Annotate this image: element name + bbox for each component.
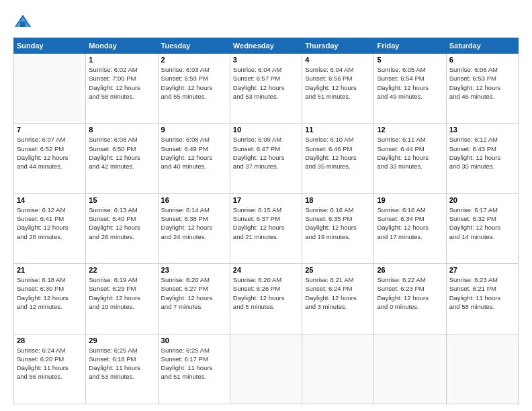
day-info: Sunrise: 6:18 AM Sunset: 6:30 PM Dayligh… xyxy=(17,275,83,311)
calendar-cell: 22Sunrise: 6:19 AM Sunset: 6:29 PM Dayli… xyxy=(86,264,158,334)
day-number: 24 xyxy=(233,266,299,274)
day-number: 26 xyxy=(377,266,443,274)
calendar-cell: 16Sunrise: 6:14 AM Sunset: 6:38 PM Dayli… xyxy=(158,193,230,263)
day-info: Sunrise: 6:12 AM Sunset: 6:43 PM Dayligh… xyxy=(449,135,515,171)
day-header-sunday: Sunday xyxy=(14,38,86,54)
calendar-cell xyxy=(302,334,374,404)
day-number: 16 xyxy=(161,196,227,204)
day-number: 27 xyxy=(449,266,515,274)
calendar-cell: 3Sunrise: 6:04 AM Sunset: 6:57 PM Daylig… xyxy=(230,54,302,124)
day-number: 17 xyxy=(233,196,299,204)
day-info: Sunrise: 6:14 AM Sunset: 6:38 PM Dayligh… xyxy=(161,205,227,241)
week-row-3: 21Sunrise: 6:18 AM Sunset: 6:30 PM Dayli… xyxy=(14,264,519,334)
day-info: Sunrise: 6:10 AM Sunset: 6:46 PM Dayligh… xyxy=(305,135,371,171)
day-number: 30 xyxy=(161,336,227,345)
week-row-4: 28Sunrise: 6:24 AM Sunset: 6:20 PM Dayli… xyxy=(14,334,519,404)
day-number: 7 xyxy=(17,126,83,134)
day-number: 19 xyxy=(377,196,443,204)
day-info: Sunrise: 6:08 AM Sunset: 6:50 PM Dayligh… xyxy=(89,135,154,171)
calendar-cell xyxy=(374,334,446,404)
day-info: Sunrise: 6:20 AM Sunset: 6:26 PM Dayligh… xyxy=(233,275,299,311)
calendar-table: SundayMondayTuesdayWednesdayThursdayFrid… xyxy=(13,38,519,404)
day-info: Sunrise: 6:19 AM Sunset: 6:29 PM Dayligh… xyxy=(89,275,154,311)
day-info: Sunrise: 6:23 AM Sunset: 6:21 PM Dayligh… xyxy=(449,275,515,311)
day-header-saturday: Saturday xyxy=(446,38,518,54)
calendar-cell: 25Sunrise: 6:21 AM Sunset: 6:24 PM Dayli… xyxy=(302,264,374,334)
calendar-cell: 13Sunrise: 6:12 AM Sunset: 6:43 PM Dayli… xyxy=(446,124,518,193)
calendar-cell xyxy=(14,54,86,124)
day-info: Sunrise: 6:15 AM Sunset: 6:37 PM Dayligh… xyxy=(233,205,299,241)
calendar-cell: 18Sunrise: 6:16 AM Sunset: 6:35 PM Dayli… xyxy=(302,193,374,263)
day-number: 8 xyxy=(89,126,154,134)
day-info: Sunrise: 6:02 AM Sunset: 7:00 PM Dayligh… xyxy=(89,65,154,101)
svg-rect-2 xyxy=(20,21,26,27)
page: SundayMondayTuesdayWednesdayThursdayFrid… xyxy=(0,0,532,411)
day-number: 6 xyxy=(449,56,515,64)
day-info: Sunrise: 6:06 AM Sunset: 6:53 PM Dayligh… xyxy=(449,65,515,101)
day-number: 10 xyxy=(233,126,299,134)
calendar-cell: 11Sunrise: 6:10 AM Sunset: 6:46 PM Dayli… xyxy=(302,124,374,193)
calendar-cell: 19Sunrise: 6:16 AM Sunset: 6:34 PM Dayli… xyxy=(374,193,446,263)
calendar-cell: 21Sunrise: 6:18 AM Sunset: 6:30 PM Dayli… xyxy=(14,264,86,334)
day-number: 25 xyxy=(305,266,371,274)
logo xyxy=(13,12,35,31)
day-info: Sunrise: 6:04 AM Sunset: 6:56 PM Dayligh… xyxy=(305,65,371,101)
week-row-0: 1Sunrise: 6:02 AM Sunset: 7:00 PM Daylig… xyxy=(14,54,519,124)
calendar-cell: 27Sunrise: 6:23 AM Sunset: 6:21 PM Dayli… xyxy=(446,264,518,334)
calendar-cell: 12Sunrise: 6:11 AM Sunset: 6:44 PM Dayli… xyxy=(374,124,446,193)
day-header-thursday: Thursday xyxy=(302,38,374,54)
day-number: 14 xyxy=(17,196,83,204)
day-number: 1 xyxy=(89,56,154,64)
day-info: Sunrise: 6:08 AM Sunset: 6:49 PM Dayligh… xyxy=(161,135,227,171)
day-info: Sunrise: 6:22 AM Sunset: 6:23 PM Dayligh… xyxy=(377,275,443,311)
day-info: Sunrise: 6:16 AM Sunset: 6:34 PM Dayligh… xyxy=(377,205,443,241)
day-info: Sunrise: 6:03 AM Sunset: 6:59 PM Dayligh… xyxy=(161,65,227,101)
calendar-cell xyxy=(446,334,518,404)
calendar-cell: 24Sunrise: 6:20 AM Sunset: 6:26 PM Dayli… xyxy=(230,264,302,334)
day-number: 28 xyxy=(17,336,83,345)
day-info: Sunrise: 6:05 AM Sunset: 6:54 PM Dayligh… xyxy=(377,65,443,101)
day-info: Sunrise: 6:13 AM Sunset: 6:40 PM Dayligh… xyxy=(89,205,154,241)
calendar-cell xyxy=(230,334,302,404)
header xyxy=(13,12,519,31)
calendar-cell: 10Sunrise: 6:09 AM Sunset: 6:47 PM Dayli… xyxy=(230,124,302,193)
calendar-cell: 2Sunrise: 6:03 AM Sunset: 6:59 PM Daylig… xyxy=(158,54,230,124)
calendar-cell: 7Sunrise: 6:07 AM Sunset: 6:52 PM Daylig… xyxy=(14,124,86,193)
day-number: 11 xyxy=(305,126,371,134)
day-info: Sunrise: 6:04 AM Sunset: 6:57 PM Dayligh… xyxy=(233,65,299,101)
day-number: 20 xyxy=(449,196,515,204)
day-info: Sunrise: 6:25 AM Sunset: 6:18 PM Dayligh… xyxy=(89,346,154,381)
day-info: Sunrise: 6:25 AM Sunset: 6:17 PM Dayligh… xyxy=(161,346,227,381)
day-number: 15 xyxy=(89,196,154,204)
day-info: Sunrise: 6:20 AM Sunset: 6:27 PM Dayligh… xyxy=(161,275,227,311)
calendar-cell: 1Sunrise: 6:02 AM Sunset: 7:00 PM Daylig… xyxy=(86,54,158,124)
day-info: Sunrise: 6:17 AM Sunset: 6:32 PM Dayligh… xyxy=(449,205,515,241)
day-number: 23 xyxy=(161,266,227,274)
calendar-cell: 4Sunrise: 6:04 AM Sunset: 6:56 PM Daylig… xyxy=(302,54,374,124)
calendar-cell: 23Sunrise: 6:20 AM Sunset: 6:27 PM Dayli… xyxy=(158,264,230,334)
day-number: 9 xyxy=(161,126,227,134)
calendar-cell: 5Sunrise: 6:05 AM Sunset: 6:54 PM Daylig… xyxy=(374,54,446,124)
day-info: Sunrise: 6:09 AM Sunset: 6:47 PM Dayligh… xyxy=(233,135,299,171)
day-number: 29 xyxy=(89,336,154,345)
day-number: 3 xyxy=(233,56,299,64)
logo-icon xyxy=(13,12,32,31)
calendar-cell: 26Sunrise: 6:22 AM Sunset: 6:23 PM Dayli… xyxy=(374,264,446,334)
calendar-cell: 20Sunrise: 6:17 AM Sunset: 6:32 PM Dayli… xyxy=(446,193,518,263)
day-number: 2 xyxy=(161,56,227,64)
day-info: Sunrise: 6:07 AM Sunset: 6:52 PM Dayligh… xyxy=(17,135,83,171)
calendar-cell: 29Sunrise: 6:25 AM Sunset: 6:18 PM Dayli… xyxy=(86,334,158,404)
calendar-cell: 30Sunrise: 6:25 AM Sunset: 6:17 PM Dayli… xyxy=(158,334,230,404)
calendar-cell: 14Sunrise: 6:12 AM Sunset: 6:41 PM Dayli… xyxy=(14,193,86,263)
day-number: 13 xyxy=(449,126,515,134)
week-row-2: 14Sunrise: 6:12 AM Sunset: 6:41 PM Dayli… xyxy=(14,193,519,263)
day-number: 21 xyxy=(17,266,83,274)
day-headers-row: SundayMondayTuesdayWednesdayThursdayFrid… xyxy=(14,38,519,54)
calendar-cell: 28Sunrise: 6:24 AM Sunset: 6:20 PM Dayli… xyxy=(14,334,86,404)
day-header-monday: Monday xyxy=(86,38,158,54)
day-info: Sunrise: 6:12 AM Sunset: 6:41 PM Dayligh… xyxy=(17,205,83,241)
day-number: 22 xyxy=(89,266,154,274)
day-number: 12 xyxy=(377,126,443,134)
day-header-friday: Friday xyxy=(374,38,446,54)
week-row-1: 7Sunrise: 6:07 AM Sunset: 6:52 PM Daylig… xyxy=(14,124,519,193)
